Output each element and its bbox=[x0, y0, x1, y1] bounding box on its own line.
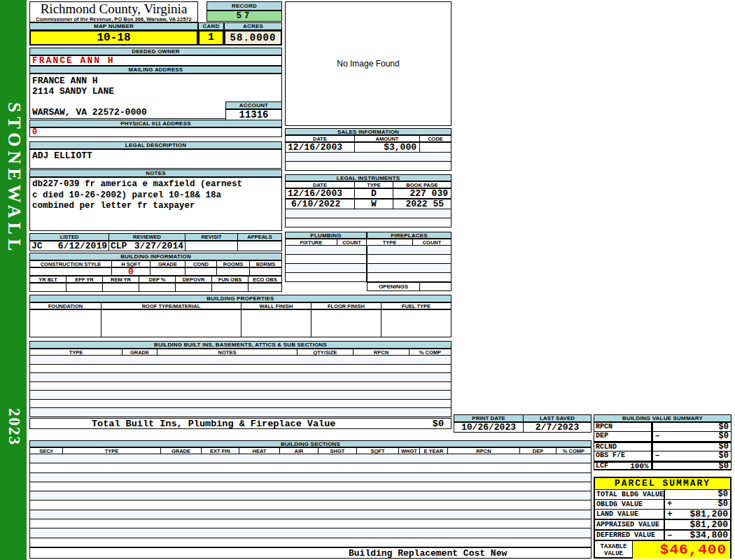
county-title: Richmond County, Virginia bbox=[30, 2, 197, 16]
bvs-row-label: DEP bbox=[594, 432, 652, 442]
legal-description-value[interactable]: ADJ ELLIOTT bbox=[29, 149, 282, 169]
table-row bbox=[30, 538, 591, 547]
parcel-op: + bbox=[667, 510, 673, 519]
building-sections-blank-rows bbox=[29, 454, 592, 547]
card-value[interactable]: 1 bbox=[198, 30, 224, 46]
physical-911-value[interactable]: 0 bbox=[29, 127, 282, 137]
li-date[interactable]: 6/10/2022 bbox=[285, 199, 355, 209]
hsqft-value[interactable]: 0 bbox=[112, 267, 150, 276]
building-info-value-1: 0 bbox=[29, 267, 282, 276]
sale-date[interactable]: 12/16/2003 bbox=[285, 142, 355, 153]
li-bookpage[interactable]: 227 039 bbox=[393, 188, 451, 199]
parcel-row-label: APPRAISED VALUE bbox=[595, 520, 665, 531]
parcel-op: + bbox=[667, 500, 672, 509]
plumbing-title: PLUMBING bbox=[285, 232, 367, 239]
table-row bbox=[286, 246, 366, 255]
property-image-box: No Image Found bbox=[285, 1, 451, 126]
construction-style-value[interactable] bbox=[29, 267, 112, 276]
notes-line-3: combined per letter fr taxpayer bbox=[32, 201, 281, 212]
legal-description-label: LEGAL DESCRIPTION bbox=[29, 141, 282, 149]
li-date[interactable]: 12/16/2003 bbox=[285, 188, 355, 199]
parcel-row-label: DEFERRED VALUE bbox=[595, 531, 665, 541]
mailing-address-label: MAILING ADDRESS bbox=[29, 66, 282, 74]
building-value-summary-table: RPCN $0 DEP – $0 RCLND $0 OBS F/E – $ bbox=[594, 422, 732, 470]
appeals-value[interactable] bbox=[238, 241, 282, 251]
parcel-row-value: $0 bbox=[665, 490, 730, 500]
li-bookpage[interactable]: 2022 55 bbox=[393, 199, 451, 209]
depovr-header: DEPOVR bbox=[176, 276, 212, 283]
bs-sec-header: SEC# bbox=[29, 447, 63, 454]
eco-obs-value[interactable] bbox=[248, 283, 282, 292]
fun-obs-header: FUN OBS bbox=[212, 276, 248, 283]
rem-yr-value[interactable] bbox=[103, 283, 139, 292]
grade-value[interactable] bbox=[150, 267, 186, 276]
sales-code-header: CODE bbox=[420, 135, 451, 142]
li-type-header: TYPE bbox=[355, 181, 393, 188]
print-saved-value-row: 10/26/2023 2/7/2023 bbox=[454, 422, 592, 433]
bs-eyear-header: E YEAR bbox=[420, 447, 448, 454]
fireplace-type-header: TYPE bbox=[367, 239, 413, 246]
eff-yr-value[interactable] bbox=[66, 283, 103, 292]
building-sections-title: BUILDING SECTIONS bbox=[29, 440, 592, 447]
rooms-value[interactable] bbox=[217, 267, 250, 276]
floor-finish-header: FLOOR FINISH bbox=[312, 302, 382, 309]
plumbing-blank-rows bbox=[285, 246, 367, 282]
table-row bbox=[286, 264, 366, 273]
table-row bbox=[286, 218, 451, 227]
floor-finish-value[interactable] bbox=[312, 309, 382, 337]
fun-obs-value[interactable] bbox=[212, 283, 248, 292]
sale-code[interactable] bbox=[420, 142, 451, 153]
table-row bbox=[30, 528, 591, 538]
parcel-amount: $34,800 bbox=[690, 531, 728, 540]
bi-qty-header: QTY/SIZE bbox=[298, 349, 354, 356]
last-saved-value: 2/7/2023 bbox=[524, 422, 592, 433]
taxable-value: $46,400 bbox=[633, 541, 730, 559]
last-saved-label: LAST SAVED bbox=[524, 414, 592, 422]
bdrms-header: BDRMS bbox=[250, 260, 282, 267]
yr-blt-value[interactable] bbox=[29, 283, 66, 292]
li-type[interactable]: W bbox=[355, 199, 393, 209]
li-type[interactable]: D bbox=[355, 188, 393, 199]
taxable-label-line1: TAXABLE bbox=[601, 543, 627, 550]
bs-sqft-header: SQFT bbox=[357, 447, 399, 454]
built-ins-header-row: TYPE GRADE NOTES QTY/SIZE RPCN % COMP bbox=[29, 349, 451, 356]
table-row bbox=[286, 273, 366, 281]
depovr-value[interactable] bbox=[176, 283, 212, 292]
li-date-header: DATE bbox=[285, 181, 355, 188]
property-record-card: STONEWALL 2023 Richmond County, Virginia… bbox=[0, 0, 735, 560]
cond-value[interactable] bbox=[186, 267, 217, 276]
map-number-value[interactable]: 10-18 bbox=[29, 30, 198, 46]
review-value-row: JC 6/12/2019 CLP 3/27/2014 bbox=[29, 241, 282, 251]
foundation-value[interactable] bbox=[29, 309, 102, 337]
legal-instrument-row: 12/16/2003 D 227 039 bbox=[285, 188, 451, 199]
bs-type-header: TYPE bbox=[63, 447, 161, 454]
table-row bbox=[30, 391, 451, 400]
parcel-op: – bbox=[667, 531, 673, 540]
roof-header: ROOF TYPE/MATERIAL bbox=[102, 302, 241, 309]
sale-amount[interactable]: $3,000 bbox=[355, 142, 420, 153]
listed-value[interactable]: JC 6/12/2019 bbox=[29, 241, 109, 251]
account-value[interactable]: 11316 bbox=[225, 109, 282, 120]
bs-heat-header: HEAT bbox=[239, 447, 280, 454]
wall-finish-value[interactable] bbox=[241, 309, 312, 337]
roof-value[interactable] bbox=[102, 309, 241, 337]
listed-date: 6/12/2019 bbox=[58, 241, 107, 251]
reviewed-value[interactable]: CLP 3/27/2014 bbox=[109, 241, 186, 251]
parcel-row-value: $81,200 bbox=[665, 520, 730, 531]
notes-value[interactable]: db227-039 fr america e maxfield (earnest… bbox=[29, 177, 282, 231]
bdrms-value[interactable] bbox=[250, 267, 282, 276]
fireplace-count-header: COUNT bbox=[413, 239, 451, 246]
map-number-label: MAP NUMBER bbox=[29, 22, 198, 30]
openings-value[interactable] bbox=[420, 282, 451, 291]
revisit-value[interactable] bbox=[186, 241, 238, 251]
notes-label: NOTES bbox=[29, 169, 282, 177]
parcel-row-value: – $34,800 bbox=[665, 531, 730, 541]
cond-header: COND bbox=[186, 260, 217, 267]
fuel-type-value[interactable] bbox=[382, 309, 451, 337]
dep-pct-value[interactable] bbox=[139, 283, 176, 292]
year-label: 2023 bbox=[5, 408, 23, 446]
record-value[interactable]: 57 bbox=[206, 10, 282, 22]
built-ins-title: BUILDING BUILT INS, BASEMENTS, ATTICS & … bbox=[29, 341, 451, 349]
acres-value[interactable]: 58.0000 bbox=[224, 30, 282, 46]
deeded-owner-value[interactable]: FRANCE ANN H bbox=[29, 55, 282, 66]
